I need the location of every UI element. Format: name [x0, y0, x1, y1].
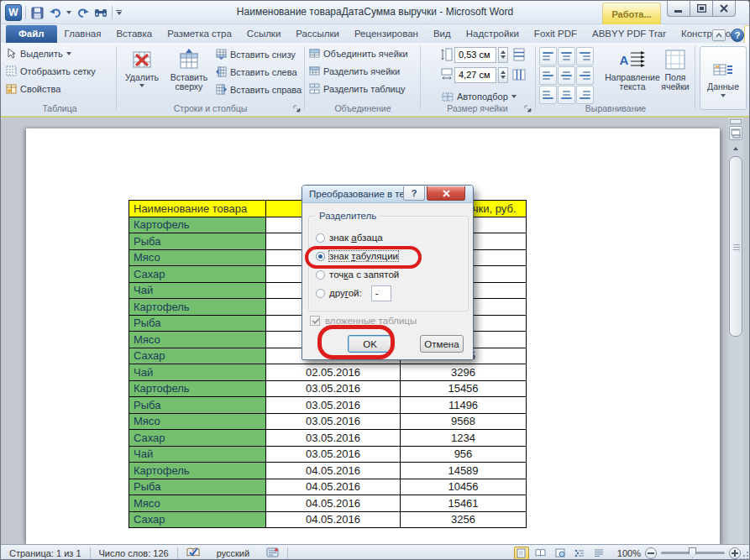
column-width-input[interactable]: [454, 67, 496, 83]
table-cell[interactable]: 04.05.2016: [266, 511, 401, 528]
table-cell[interactable]: Мясо: [129, 332, 266, 348]
align-top-left-icon[interactable]: [539, 47, 557, 65]
restore-button[interactable]: [690, 1, 713, 17]
properties-button[interactable]: Свойства: [3, 80, 116, 97]
autofit-button[interactable]: Автоподбор: [439, 87, 519, 105]
tab-рецензирован[interactable]: Рецензирован: [347, 25, 426, 43]
radio-icon[interactable]: [316, 289, 325, 298]
insert-below-button[interactable]: Вставить снизу: [213, 45, 304, 63]
tab-abbyy-pdf-trar[interactable]: ABBYY PDF Trar: [585, 25, 674, 43]
table-cell[interactable]: 3296: [401, 364, 527, 381]
zoom-slider[interactable]: [661, 552, 725, 554]
draft-view-icon[interactable]: [591, 547, 606, 560]
align-top-center-icon[interactable]: [558, 47, 575, 65]
scrollbar-thumb[interactable]: [729, 156, 742, 337]
minimize-button[interactable]: [667, 1, 690, 17]
column-width-spinner[interactable]: [498, 67, 508, 83]
merge-cells-button[interactable]: Объединить ячейки: [307, 44, 419, 62]
dialog-close-icon[interactable]: [427, 186, 465, 201]
align-bottom-left-icon[interactable]: [539, 86, 557, 104]
table-cell[interactable]: Рыба: [129, 397, 266, 414]
scroll-up-icon[interactable]: [730, 143, 742, 154]
table-cell[interactable]: 1234: [401, 430, 527, 447]
tab-ссылки[interactable]: Ссылки: [239, 25, 289, 43]
table-cell[interactable]: 10456: [401, 479, 527, 495]
split-table-button[interactable]: Разделить таблицу: [307, 80, 419, 97]
table-cell[interactable]: 9568: [401, 413, 527, 430]
table-cell[interactable]: Мясо: [129, 413, 266, 430]
zoom-level[interactable]: 100%: [617, 548, 641, 558]
web-layout-view-icon[interactable]: [553, 547, 568, 560]
page-indicator[interactable]: Страница: 1 из 1: [1, 548, 90, 558]
dialog-launcher-icon[interactable]: [293, 104, 302, 113]
table-cell[interactable]: Чай: [129, 446, 266, 463]
zoom-slider-thumb[interactable]: [689, 547, 696, 558]
radio-icon[interactable]: [316, 270, 325, 280]
dialog-help-icon[interactable]: ?: [403, 186, 425, 201]
table-cell[interactable]: Чай: [129, 364, 266, 381]
dialog-launcher-icon[interactable]: [524, 104, 532, 113]
cancel-button[interactable]: Отмена: [420, 335, 464, 353]
save-icon[interactable]: [29, 5, 45, 20]
select-button[interactable]: Выделить: [3, 44, 116, 62]
table-cell[interactable]: Чай: [129, 282, 266, 299]
table-cell[interactable]: 03.05.2016: [266, 430, 401, 447]
table-cell[interactable]: Картофель: [129, 463, 266, 479]
table-cell[interactable]: Сахар: [129, 511, 266, 528]
tab-foxit-pdf[interactable]: Foxit PDF: [527, 25, 585, 43]
ruler-toggle-icon[interactable]: [729, 126, 742, 140]
tab-файл[interactable]: Файл: [6, 25, 57, 43]
table-cell[interactable]: 15456: [401, 380, 527, 397]
distribute-columns-icon[interactable]: [512, 68, 526, 81]
resize-grip[interactable]: [738, 550, 748, 560]
table-cell[interactable]: Мясо: [129, 495, 266, 512]
vertical-scrollbar[interactable]: [728, 118, 743, 544]
table-cell[interactable]: 14589: [401, 463, 527, 479]
row-height-input[interactable]: [454, 47, 496, 63]
table-cell[interactable]: Картофель: [129, 217, 266, 233]
find-icon[interactable]: [93, 5, 108, 20]
word-count[interactable]: Число слов: 126: [91, 548, 177, 558]
table-cell[interactable]: Рыба: [129, 233, 266, 250]
table-cell[interactable]: 03.05.2016: [266, 413, 401, 430]
insert-above-button[interactable]: Вставить сверху: [167, 46, 211, 92]
print-layout-view-icon[interactable]: [514, 547, 529, 560]
table-cell[interactable]: 03.05.2016: [266, 380, 401, 397]
customize-qat-icon[interactable]: [116, 10, 122, 15]
zoom-out-icon[interactable]: [645, 547, 657, 559]
delete-button[interactable]: Удалить: [120, 46, 164, 87]
align-bottom-right-icon[interactable]: [576, 86, 594, 104]
table-cell[interactable]: Рыба: [129, 479, 266, 495]
align-bottom-center-icon[interactable]: [558, 86, 575, 104]
align-center-right-icon[interactable]: [576, 66, 594, 85]
distribute-rows-icon[interactable]: [512, 48, 526, 61]
table-cell[interactable]: 04.05.2016: [266, 479, 401, 495]
split-cells-button[interactable]: Разделить ячейки: [307, 62, 419, 80]
fullscreen-reading-view-icon[interactable]: [533, 547, 548, 560]
macro-icon[interactable]: [258, 547, 287, 559]
table-cell[interactable]: 3256: [401, 511, 527, 528]
table-cell[interactable]: Сахар: [129, 348, 266, 364]
table-cell[interactable]: 04.05.2016: [266, 495, 401, 512]
tab-разметка-стра[interactable]: Разметка стра: [160, 25, 239, 43]
table-cell[interactable]: Мясо: [129, 249, 266, 266]
tab-вставка[interactable]: Вставка: [108, 25, 160, 43]
undo-dropdown-icon[interactable]: [66, 11, 71, 14]
tab-вид[interactable]: Вид: [426, 25, 459, 43]
other-separator-input[interactable]: [371, 285, 391, 301]
undo-icon[interactable]: [48, 5, 63, 20]
radio-option-точка-с-запятой[interactable]: точка с запятой: [316, 268, 399, 281]
spellcheck-icon[interactable]: [178, 547, 208, 559]
table-cell[interactable]: 03.05.2016: [266, 397, 401, 414]
table-cell[interactable]: 02.05.2016: [266, 364, 401, 381]
table-cell[interactable]: Картофель: [129, 299, 266, 316]
row-height-spinner[interactable]: [498, 47, 508, 63]
table-cell[interactable]: 04.05.2016: [266, 463, 401, 479]
text-direction-button[interactable]: A Направление текста: [609, 46, 656, 92]
cell-margins-button[interactable]: Поля ячейки: [658, 46, 693, 92]
collapse-ribbon-icon[interactable]: [712, 29, 726, 41]
align-center-left-icon[interactable]: [539, 66, 557, 85]
table-cell[interactable]: 11496: [401, 397, 527, 414]
tab-макет[interactable]: Макет: [744, 25, 750, 43]
radio-option-другой-[interactable]: другой:: [316, 286, 391, 300]
